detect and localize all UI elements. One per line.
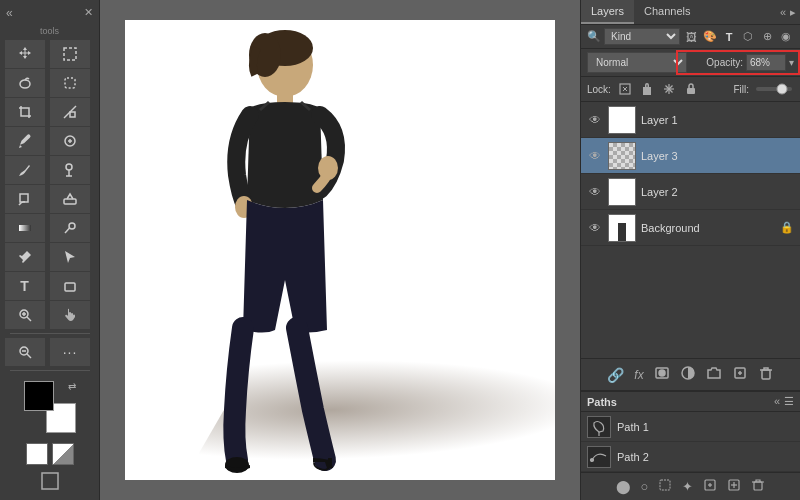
path-to-selection-icon[interactable] — [658, 478, 672, 495]
layer-item-layer3[interactable]: 👁 Layer 3 — [581, 138, 800, 174]
lock-row: Lock: Fill: — [581, 77, 800, 102]
pen-tool[interactable] — [5, 243, 45, 271]
svg-rect-8 — [64, 199, 76, 204]
lock-image-icon[interactable] — [638, 80, 656, 98]
new-layer-icon[interactable] — [732, 365, 748, 384]
swap-colors-icon[interactable]: ⇄ — [68, 381, 76, 392]
slice-tool[interactable] — [50, 98, 90, 126]
filter-toggle-icon[interactable]: ◉ — [778, 29, 794, 45]
new-path-icon[interactable] — [727, 478, 741, 495]
path-item-path2[interactable]: Path 2 — [581, 442, 800, 472]
svg-rect-2 — [65, 78, 75, 88]
right-panel: Layers Channels « ▸ 🔍 Kind 🖼 🎨 T ⬡ ⊕ ◉ N… — [580, 0, 800, 500]
screen-mode-icon[interactable] — [40, 471, 60, 493]
layer3-visibility-icon[interactable]: 👁 — [587, 148, 603, 164]
delete-path-icon[interactable] — [751, 478, 765, 495]
paths-menu-icon[interactable]: ☰ — [784, 395, 794, 408]
zoom-tool[interactable] — [5, 301, 45, 329]
layer2-visibility-icon[interactable]: 👁 — [587, 184, 603, 200]
background-visibility-icon[interactable]: 👁 — [587, 220, 603, 236]
tab-layers[interactable]: Layers — [581, 0, 634, 24]
opacity-label: Opacity: — [706, 57, 743, 68]
history-brush-tool[interactable] — [5, 185, 45, 213]
lock-icons — [616, 80, 700, 98]
dodge-tool[interactable] — [50, 214, 90, 242]
svg-line-11 — [65, 228, 70, 233]
type-tool[interactable]: T — [5, 272, 45, 300]
normal-mode-icon[interactable] — [26, 443, 48, 465]
move-tool[interactable] — [5, 40, 45, 68]
hand-tool[interactable] — [50, 301, 90, 329]
add-mask-path-icon[interactable] — [703, 478, 717, 495]
layer-item-layer2[interactable]: 👁 Layer 2 — [581, 174, 800, 210]
zoom-in-tool[interactable] — [5, 338, 45, 366]
selection-to-path-icon[interactable]: ✦ — [682, 479, 693, 494]
layer-item-layer1[interactable]: 👁 Layer 1 — [581, 102, 800, 138]
select-tool[interactable] — [50, 243, 90, 271]
tab-channels[interactable]: Channels — [634, 0, 700, 24]
eyedropper-tool[interactable] — [5, 127, 45, 155]
filter-shape-icon[interactable]: ⬡ — [740, 29, 756, 45]
svg-point-36 — [777, 84, 787, 94]
svg-line-14 — [27, 317, 31, 321]
marquee-rect-tool[interactable] — [50, 40, 90, 68]
lock-all-icon[interactable] — [682, 80, 700, 98]
filter-adj-icon[interactable]: 🎨 — [702, 29, 718, 45]
link-layers-icon[interactable]: 🔗 — [607, 367, 624, 383]
eraser-tool[interactable] — [50, 185, 90, 213]
quick-mask-icon[interactable] — [52, 443, 74, 465]
filter-type-icon[interactable]: T — [721, 29, 737, 45]
group-layers-icon[interactable] — [706, 365, 722, 384]
layer-item-background[interactable]: 👁 Background 🔒 — [581, 210, 800, 246]
fill-path-icon[interactable]: ⬤ — [616, 479, 631, 494]
color-swatches: ⇄ — [24, 381, 76, 433]
svg-point-1 — [20, 80, 30, 88]
brush-tool[interactable] — [5, 156, 45, 184]
filter-pixel-icon[interactable]: 🖼 — [683, 29, 699, 45]
svg-line-18 — [27, 354, 31, 358]
svg-rect-9 — [19, 225, 31, 231]
quick-select-tool[interactable] — [50, 69, 90, 97]
opacity-input[interactable] — [746, 54, 786, 71]
panel-tabs: Layers Channels « ▸ — [581, 0, 800, 25]
extra-tools-button[interactable]: ··· — [50, 338, 90, 366]
fg-color-swatch[interactable] — [24, 381, 54, 411]
crop-tool[interactable] — [5, 98, 45, 126]
shape-tool[interactable] — [50, 272, 90, 300]
layer2-name: Layer 2 — [641, 186, 794, 198]
toolbar-close-icon[interactable]: ✕ — [84, 6, 93, 20]
path1-name: Path 1 — [617, 421, 649, 433]
filter-type-select[interactable]: Kind — [604, 28, 680, 45]
toolbar-collapse-icon[interactable]: « — [6, 6, 13, 20]
toolbar-divider-1 — [10, 333, 90, 334]
opacity-arrow-icon[interactable]: ▾ — [789, 57, 794, 68]
blend-mode-select[interactable]: Normal — [587, 52, 687, 73]
path2-thumb — [587, 446, 611, 468]
paths-collapse-icon[interactable]: « — [774, 395, 780, 408]
lock-position-icon[interactable] — [660, 80, 678, 98]
layer1-thumb — [608, 106, 636, 134]
stroke-path-icon[interactable]: ○ — [641, 479, 649, 494]
adjustment-icon[interactable] — [680, 365, 696, 384]
layer-filter-row: 🔍 Kind 🖼 🎨 T ⬡ ⊕ ◉ — [581, 25, 800, 49]
delete-layer-icon[interactable] — [758, 365, 774, 384]
canvas[interactable] — [125, 20, 555, 480]
heal-tool[interactable] — [50, 127, 90, 155]
fx-icon[interactable]: fx — [634, 368, 643, 382]
add-mask-icon[interactable] — [654, 365, 670, 384]
fill-slider-track[interactable] — [754, 82, 794, 96]
svg-point-46 — [591, 458, 594, 461]
left-toolbar: « ✕ tools — [0, 0, 100, 500]
panel-collapse-icon[interactable]: « — [780, 6, 786, 19]
layer3-thumb — [608, 142, 636, 170]
panel-expand-icon[interactable]: ▸ — [790, 6, 796, 19]
layer1-visibility-icon[interactable]: 👁 — [587, 112, 603, 128]
svg-point-27 — [225, 457, 249, 473]
gradient-tool[interactable] — [5, 214, 45, 242]
filter-smart-icon[interactable]: ⊕ — [759, 29, 775, 45]
clone-tool[interactable] — [50, 156, 90, 184]
lasso-tool[interactable] — [5, 69, 45, 97]
path-item-path1[interactable]: Path 1 — [581, 412, 800, 442]
background-thumb — [608, 214, 636, 242]
lock-transparent-icon[interactable] — [616, 80, 634, 98]
